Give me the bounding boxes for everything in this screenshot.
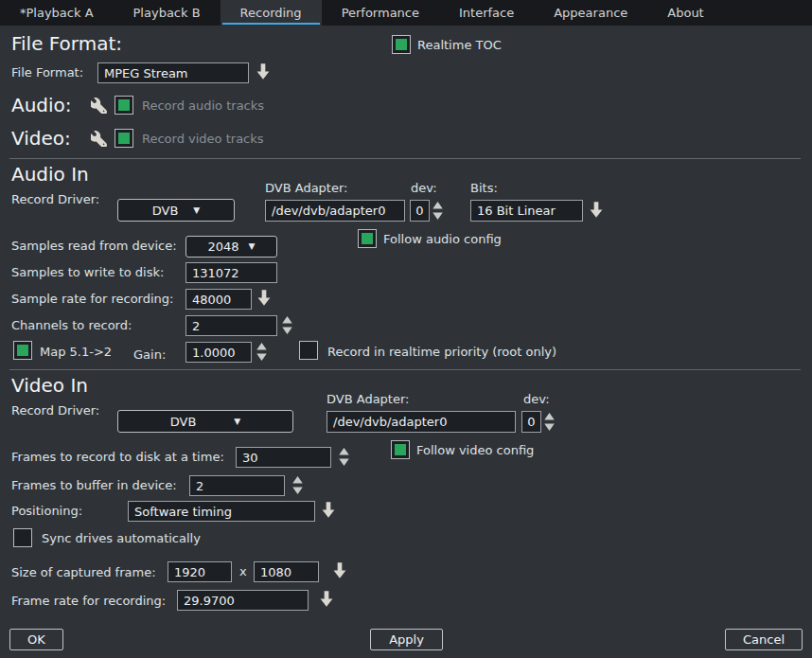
audio-dev-spinner[interactable] — [432, 201, 444, 221]
audio-heading: Audio: — [11, 94, 72, 116]
gain-label: Gain: — [133, 347, 166, 362]
file-format-label: File Format: — [11, 65, 83, 80]
tab-label: Performance — [342, 6, 419, 20]
audio-bits-picker-arrow-icon[interactable] — [590, 201, 603, 219]
section-divider — [9, 369, 801, 370]
follow-video-config-checkbox[interactable] — [391, 440, 410, 459]
positioning-picker-arrow-icon[interactable] — [322, 501, 335, 519]
record-audio-tracks-checkbox[interactable] — [115, 96, 133, 115]
gain-input[interactable] — [185, 342, 252, 363]
positioning-input[interactable] — [128, 501, 315, 522]
video-record-driver-label: Record Driver: — [11, 403, 99, 418]
tab-about[interactable]: About — [647, 0, 723, 26]
audio-record-driver-dropdown[interactable]: DVB▼ — [117, 199, 235, 222]
tab-playback-b[interactable]: Playback B — [114, 0, 221, 26]
sync-drives-checkbox[interactable] — [13, 528, 32, 547]
channels-label: Channels to record: — [11, 318, 132, 332]
video-wrench-icon[interactable] — [91, 131, 107, 147]
preferences-window: *Playback A Playback B Recording Perform… — [0, 0, 812, 658]
ok-button[interactable]: OK — [9, 629, 63, 650]
tab-recording[interactable]: Recording — [221, 0, 322, 26]
video-heading: Video: — [11, 127, 71, 150]
realtime-priority-checkbox[interactable] — [299, 341, 318, 360]
frame-rate-input[interactable] — [177, 590, 309, 611]
checkbox-check — [395, 444, 406, 455]
checkbox-check — [118, 99, 130, 111]
tab-interface[interactable]: Interface — [439, 0, 534, 26]
tab-label: Appearance — [554, 6, 627, 20]
follow-audio-config-label: Follow audio config — [383, 232, 502, 246]
audio-bits-input[interactable] — [470, 200, 583, 222]
record-video-tracks-label: Record video tracks — [142, 132, 264, 146]
checkbox-check — [396, 39, 407, 50]
frames-disk-label: Frames to record to disk at a time: — [11, 450, 224, 464]
gain-spinner[interactable] — [256, 342, 268, 362]
dropdown-arrow-icon: ▼ — [193, 206, 200, 215]
audio-dvb-adapter-label: DVB Adapter: — [265, 181, 347, 195]
audio-bits-label: Bits: — [470, 181, 498, 195]
video-record-driver-dropdown[interactable]: DVB▼ — [117, 410, 293, 433]
sample-rate-input[interactable] — [185, 289, 252, 310]
samples-write-input[interactable] — [185, 262, 277, 283]
frames-buffer-spinner[interactable] — [291, 475, 304, 495]
audio-record-driver-label: Record Driver: — [11, 192, 99, 206]
video-dvb-adapter-input[interactable] — [327, 411, 516, 433]
realtime-toc-label: Realtime TOC — [417, 38, 502, 52]
video-dev-spinner[interactable] — [543, 412, 556, 432]
record-audio-tracks-label: Record audio tracks — [142, 98, 264, 113]
follow-audio-config-checkbox[interactable] — [358, 229, 377, 248]
samples-read-dropdown[interactable]: 2048▼ — [185, 236, 277, 258]
tab-bar: *Playback A Playback B Recording Perform… — [0, 0, 812, 26]
frames-buffer-input[interactable] — [189, 475, 285, 496]
video-in-heading: Video In — [11, 374, 88, 397]
dropdown-value: DVB — [170, 415, 197, 429]
tab-playback-a[interactable]: *Playback A — [0, 0, 114, 26]
file-format-input[interactable] — [97, 62, 249, 83]
frame-width-input[interactable] — [168, 561, 232, 582]
channels-spinner[interactable] — [281, 315, 293, 335]
tab-appearance[interactable]: Appearance — [534, 0, 647, 26]
video-dvb-adapter-label: DVB Adapter: — [327, 392, 409, 406]
file-format-heading: File Format: — [11, 32, 122, 55]
dropdown-arrow-icon: ▼ — [234, 418, 240, 426]
record-video-tracks-checkbox[interactable] — [115, 129, 133, 148]
channels-input[interactable] — [185, 315, 277, 336]
file-format-picker-arrow-icon[interactable] — [256, 62, 270, 80]
frames-buffer-label: Frames to buffer in device: — [11, 478, 177, 492]
frame-rate-picker-arrow-icon[interactable] — [320, 590, 333, 608]
video-dev-label: dev: — [523, 392, 550, 406]
dropdown-value: 2048 — [207, 240, 238, 254]
audio-dev-input[interactable] — [410, 200, 430, 222]
section-divider — [9, 158, 801, 159]
frame-size-label: Size of captured frame: — [11, 565, 156, 579]
video-dev-input[interactable] — [521, 411, 541, 433]
audio-dvb-adapter-input[interactable] — [265, 200, 405, 222]
dropdown-value: DVB — [152, 204, 179, 218]
map51-label: Map 5.1->2 — [40, 345, 112, 359]
positioning-label: Positioning: — [11, 504, 82, 518]
map51-checkbox[interactable] — [13, 341, 32, 360]
tab-label: *Playback A — [20, 6, 94, 20]
active-tab-underline — [222, 23, 320, 25]
realtime-priority-label: Record in realtime priority (root only) — [327, 345, 556, 359]
tab-label: Recording — [240, 6, 302, 20]
frames-disk-spinner[interactable] — [338, 447, 350, 467]
audio-wrench-icon[interactable] — [91, 98, 107, 114]
frame-height-input[interactable] — [254, 561, 319, 582]
audio-in-heading: Audio In — [11, 163, 89, 186]
frame-size-picker-arrow-icon[interactable] — [333, 561, 346, 579]
samples-read-label: Samples read from device: — [11, 239, 177, 253]
dropdown-arrow-icon: ▼ — [249, 242, 256, 251]
follow-video-config-label: Follow video config — [416, 443, 534, 457]
tab-performance[interactable]: Performance — [322, 0, 439, 26]
checkbox-check — [118, 133, 130, 144]
realtime-toc-checkbox[interactable] — [392, 35, 411, 54]
frames-disk-input[interactable] — [236, 447, 331, 468]
apply-button[interactable]: Apply — [370, 629, 443, 650]
tab-label: Interface — [459, 6, 514, 20]
cancel-button[interactable]: Cancel — [725, 629, 803, 650]
tab-label: About — [667, 6, 703, 20]
audio-dev-label: dev: — [411, 181, 437, 195]
tab-label: Playback B — [133, 6, 201, 20]
sample-rate-picker-arrow-icon[interactable] — [257, 289, 271, 307]
